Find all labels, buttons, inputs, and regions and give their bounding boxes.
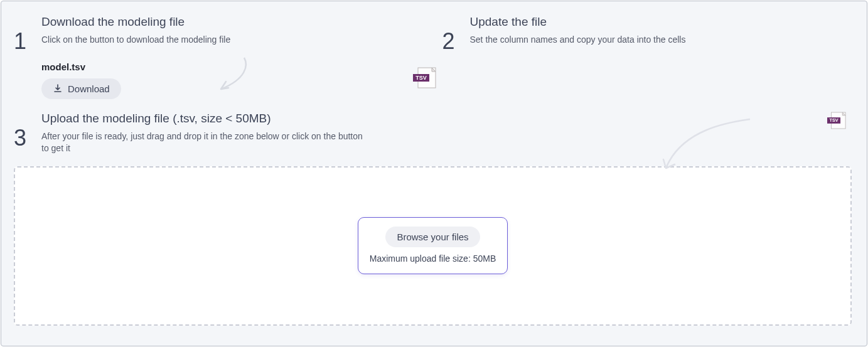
dropzone[interactable]: Browse your files Maximum upload file si…	[14, 166, 852, 326]
tsv-file-icon: TSV	[413, 67, 439, 91]
step-desc: Set the column names and copy your data …	[470, 34, 696, 46]
download-button-label: Download	[68, 83, 110, 94]
step-3: 3 Upload the modeling file (.tsv, size <…	[14, 109, 441, 155]
step-title: Upload the modeling file (.tsv, size < 5…	[41, 112, 441, 125]
step-number: 1	[14, 30, 29, 53]
browse-files-button[interactable]: Browse your files	[385, 227, 480, 247]
download-button[interactable]: Download	[41, 78, 121, 99]
tsv-file-icon: TSV	[827, 112, 849, 132]
drop-box: Browse your files Maximum upload file si…	[358, 217, 508, 274]
step-number: 2	[442, 30, 458, 53]
download-icon	[53, 83, 63, 93]
step-title: Download the modeling file	[41, 15, 424, 29]
svg-text:TSV: TSV	[829, 117, 838, 123]
step-number: 3	[14, 127, 29, 149]
step-1: 1 Download the modeling file Click on th…	[14, 13, 424, 99]
step-2: 2 Update the file Set the column names a…	[442, 13, 852, 99]
step-desc: After your file is ready, just drag and …	[41, 131, 368, 155]
step1-arrow-icon	[210, 53, 260, 105]
step-3-container: 3 Upload the modeling file (.tsv, size <…	[14, 109, 852, 155]
step3-arrow-icon	[657, 115, 758, 187]
step-desc: Click on the button to download the mode…	[41, 34, 267, 46]
upload-panel: 1 Download the modeling file Click on th…	[1, 1, 867, 346]
max-size-hint: Maximum upload file size: 50MB	[370, 254, 496, 264]
svg-text:TSV: TSV	[415, 75, 427, 81]
step-title: Update the file	[470, 15, 852, 29]
